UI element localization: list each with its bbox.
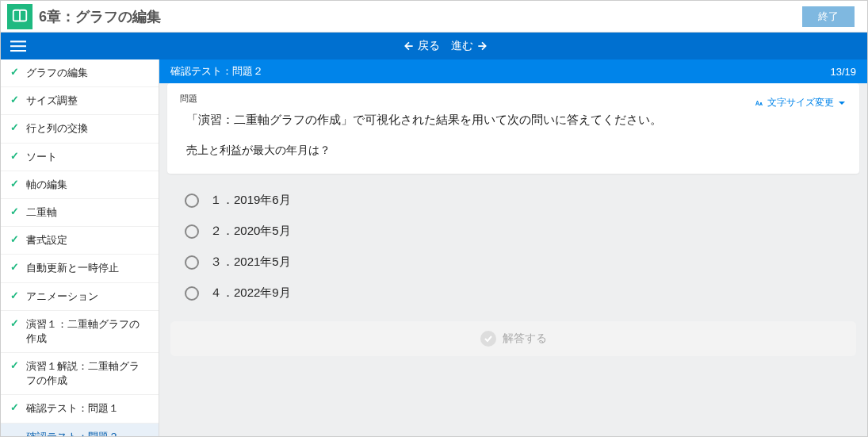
sidebar-item-label: 書式設定 [26,233,67,247]
sidebar-item[interactable]: ✓二重軸 [1,199,159,227]
sidebar-item[interactable]: ✓確認テスト：問題１ [1,395,159,423]
sidebar-item-label: 軸の編集 [26,178,67,192]
sidebar-item-label: ソート [26,150,57,164]
check-icon: ✓ [10,205,21,217]
sidebar-item[interactable]: ✓演習１：二重軸グラフの作成 [1,311,159,353]
text-size-label: 文字サイズ変更 [767,96,834,109]
option-label: ４．2022年9月 [210,286,291,301]
nav-forward-button[interactable]: 進む [451,39,488,53]
sidebar-item[interactable]: ✓行と列の交換 [1,115,159,143]
svg-rect-2 [10,50,26,52]
main: 確認テスト：問題２ 13/19 問題 文字サイズ変更 「演習：二重軸グラフの作成… [159,59,867,436]
book-icon [7,4,33,29]
sidebar-item[interactable]: ✓自動更新と一時停止 [1,255,159,282]
radio-icon [185,224,199,239]
option-label: ２．2020年5月 [210,224,291,239]
question-text: 「演習：二重軸グラフの作成」で可視化された結果を用いて次の問いに答えてください。 [186,113,847,128]
check-icon: ✓ [10,289,21,301]
hamburger-icon[interactable] [10,38,26,54]
option[interactable]: ４．2022年9月 [180,278,847,309]
progress-count: 13/19 [830,66,856,78]
sidebar-item[interactable]: ✓グラフの編集 [1,59,159,87]
sidebar-item-label: 確認テスト：問題２ [26,430,119,436]
sidebar-item[interactable]: ✓書式設定 [1,227,159,255]
sidebar-item-label: サイズ調整 [26,94,78,108]
radio-icon [185,286,199,301]
sidebar-item-label: 演習１解説：二重軸グラフの作成 [26,359,149,388]
navbar: 戻る 進む [1,33,867,59]
svg-rect-0 [10,40,26,42]
check-icon: ✓ [10,401,21,413]
option[interactable]: １．2019年6月 [180,185,847,216]
nav-back-button[interactable]: 戻る [403,39,440,53]
check-icon: ✓ [10,178,21,190]
sidebar-item-label: グラフの編集 [26,66,88,80]
chevron-down-icon [837,98,847,108]
check-icon: ✓ [10,233,21,245]
check-icon [480,331,496,347]
check-icon: ✓ [10,261,21,273]
sidebar-item-label: 演習１：二重軸グラフの作成 [26,317,149,346]
sidebar-item-label: 確認テスト：問題１ [26,401,119,416]
check-icon: ✓ [10,359,21,371]
question-label: 問題 [180,93,197,105]
sidebar-item[interactable]: ✓演習１解説：二重軸グラフの作成 [1,353,159,395]
check-icon: ✓ [10,317,21,329]
option[interactable]: ２．2020年5月 [180,216,847,247]
check-icon: ✓ [10,66,21,78]
container: ✓グラフの編集✓サイズ調整✓行と列の交換✓ソート✓軸の編集✓二重軸✓書式設定✓自… [1,59,867,436]
app-header: 6章：グラフの編集 終了 [1,1,867,33]
subheader-title: 確認テスト：問題２ [170,64,830,79]
check-icon: ✓ [10,150,21,162]
text-size-button[interactable]: 文字サイズ変更 [755,96,847,109]
sidebar: ✓グラフの編集✓サイズ調整✓行と列の交換✓ソート✓軸の編集✓二重軸✓書式設定✓自… [1,59,159,436]
sidebar-item[interactable]: ✓軸の編集 [1,171,159,199]
nav-center: 戻る 進む [33,39,858,53]
question-card: 問題 文字サイズ変更 「演習：二重軸グラフの作成」で可視化された結果を用いて次の… [167,83,859,174]
exit-button[interactable]: 終了 [802,6,855,27]
options-list: １．2019年6月２．2020年5月３．2021年5月４．2022年9月 [167,185,859,316]
nav-forward-label: 進む [451,39,473,53]
check-icon: ✓ [10,121,21,133]
nav-back-label: 戻る [418,39,440,53]
sidebar-item-label: 二重軸 [26,205,57,220]
sidebar-item[interactable]: 確認テスト：問題２ [1,424,159,436]
sidebar-item[interactable]: ✓アニメーション [1,283,159,311]
subheader: 確認テスト：問題２ 13/19 [159,59,867,83]
sidebar-item[interactable]: ✓ソート [1,144,159,171]
text-size-icon [755,98,764,108]
option[interactable]: ３．2021年5月 [180,247,847,278]
arrow-left-icon [403,40,415,52]
page-title: 6章：グラフの編集 [39,7,802,26]
check-icon: ✓ [10,94,21,105]
content: 問題 文字サイズ変更 「演習：二重軸グラフの作成」で可視化された結果を用いて次の… [159,83,867,436]
option-label: ３．2021年5月 [210,255,291,270]
submit-button[interactable]: 解答する [170,321,856,356]
radio-icon [185,255,199,270]
sidebar-item-label: 自動更新と一時停止 [26,261,119,275]
sidebar-item-label: 行と列の交換 [26,121,88,136]
sub-question: 売上と利益が最大の年月は？ [186,144,847,158]
submit-label: 解答する [503,332,547,346]
sidebar-item-label: アニメーション [26,289,98,304]
radio-icon [185,194,199,208]
sidebar-item[interactable]: ✓サイズ調整 [1,87,159,115]
svg-rect-1 [10,45,26,47]
option-label: １．2019年6月 [210,193,291,208]
arrow-right-icon [476,40,488,52]
